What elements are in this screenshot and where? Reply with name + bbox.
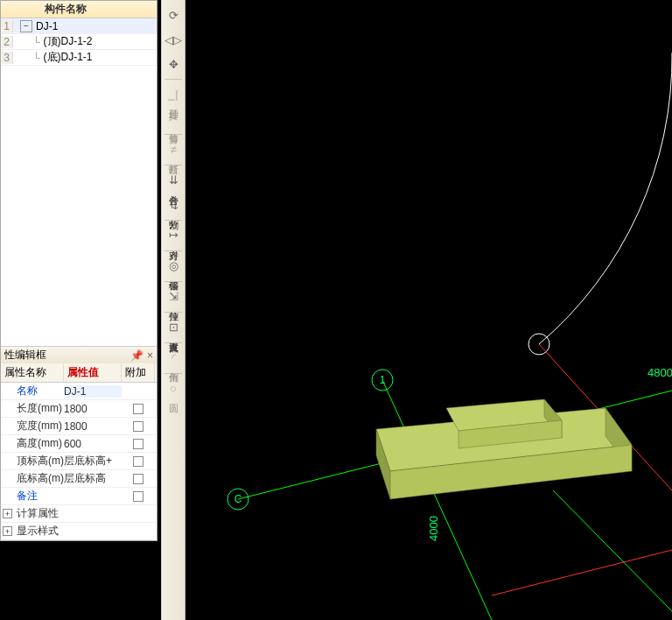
move-icon-glyph: ✥: [169, 59, 178, 70]
tree-branch-icon: └: [32, 52, 40, 64]
row-number: 3: [1, 52, 13, 64]
grip-tool[interactable]: ⊡设置夹点: [164, 316, 183, 339]
toolbar-separator: [164, 312, 182, 313]
extend-tool: ⎯|延伸: [164, 83, 183, 106]
checkbox[interactable]: [133, 439, 144, 449]
tree-empty-area: [1, 66, 157, 346]
grid-label: 1: [380, 374, 386, 386]
prop-name: 长度(mm): [1, 401, 64, 416]
property-row[interactable]: +显示样式: [1, 523, 157, 540]
row-number: 1: [1, 20, 13, 32]
viewport-3d[interactable]: 1C 48004000: [186, 0, 672, 620]
col-value: 属性值: [64, 363, 122, 382]
stretch-tool[interactable]: ⇲拉伸: [164, 285, 183, 308]
merge-tool[interactable]: ⇊合并: [164, 169, 183, 192]
prop-value[interactable]: 层底标高: [64, 471, 122, 486]
component-tree-panel: 构件名称 1−DJ-12└(顶)DJ-1-23└(底)DJ-1-1 性编辑框 📌…: [0, 0, 158, 541]
tree-expander-icon[interactable]: −: [20, 20, 32, 32]
toolbar-separator: [164, 281, 182, 282]
property-row[interactable]: 高度(mm)600: [1, 435, 157, 453]
property-row[interactable]: 名称DJ-1: [1, 383, 157, 400]
prop-name: 名称: [1, 384, 64, 398]
tree-branch-icon: └: [32, 36, 40, 48]
prop-name: 顶标高(m): [1, 454, 64, 469]
fillet-tool: ◜倒角: [164, 347, 183, 370]
col-name: 属性名称: [1, 363, 64, 382]
axis-red-2: [492, 550, 672, 595]
prop-value[interactable]: 层底标高+: [64, 454, 122, 469]
checkbox[interactable]: [133, 474, 144, 484]
toolbar-separator: [164, 134, 182, 135]
prop-name: 高度(mm): [1, 436, 64, 451]
group-expander-icon[interactable]: +: [3, 526, 12, 536]
property-panel-title: 性编辑框: [4, 348, 46, 363]
grip-tool-glyph: ⊡: [169, 321, 178, 333]
trim-tool: ✂修剪: [164, 108, 183, 130]
tree-item-label: (底)DJ-1-1: [44, 50, 93, 65]
checkbox[interactable]: [133, 491, 144, 502]
vertical-toolbar: ⟳◁▷✥⎯|延伸✂修剪≠打断⇊合并⇅分割↦对齐◎偏移⇲拉伸⊡设置夹点◜倒角○圆: [161, 0, 186, 620]
align-tool[interactable]: ↦对齐: [164, 224, 183, 247]
checkbox[interactable]: [133, 421, 144, 432]
prop-value[interactable]: 1800: [64, 420, 122, 433]
property-row[interactable]: 长度(mm)1800: [1, 400, 157, 418]
tree-row[interactable]: 3└(底)DJ-1-1: [1, 50, 157, 66]
property-grid-header: 属性名称 属性值 附加: [1, 363, 157, 383]
property-row[interactable]: +计算属性: [1, 505, 157, 523]
extend-tool-glyph: ⎯|: [168, 88, 178, 100]
dimension-text: 4800: [648, 366, 672, 379]
dimension-text: 4000: [427, 516, 440, 541]
prop-value[interactable]: 1800: [64, 403, 122, 415]
prop-value[interactable]: 600: [64, 438, 122, 450]
move-icon[interactable]: ✥: [164, 53, 183, 75]
mirror-icon-glyph: ◁▷: [164, 34, 182, 46]
fillet-tool-glyph: ◜: [172, 352, 176, 363]
property-grid: 属性名称 属性值 附加 名称DJ-1长度(mm)1800宽度(mm)1800高度…: [1, 363, 157, 540]
prop-value[interactable]: DJ-1: [64, 385, 122, 398]
circle-tool-glyph: ○: [170, 383, 177, 394]
tree-header: 构件名称: [1, 1, 157, 18]
merge-tool-glyph: ⇊: [169, 174, 178, 186]
align-tool-glyph: ↦: [169, 229, 178, 241]
tree-body: 1−DJ-12└(顶)DJ-1-23└(底)DJ-1-1: [1, 18, 157, 66]
break-tool: ≠打断: [164, 138, 183, 161]
arc-guide: [539, 53, 672, 344]
offset-tool[interactable]: ◎偏移: [164, 255, 183, 278]
split-tool-glyph: ⇅: [169, 199, 178, 210]
property-row[interactable]: 顶标高(m)层底标高+: [1, 453, 157, 470]
group-expander-icon[interactable]: +: [3, 509, 12, 518]
tree-item-label: DJ-1: [36, 20, 58, 32]
toolbar-separator: [164, 250, 182, 251]
tree-row[interactable]: 2└(顶)DJ-1-2: [1, 34, 157, 50]
row-number: 2: [1, 36, 13, 48]
toolbar-separator: [164, 342, 182, 343]
trim-tool-glyph: ✂: [169, 113, 178, 124]
property-row[interactable]: 备注: [1, 488, 157, 505]
split-tool[interactable]: ⇅分割: [164, 194, 183, 216]
checkbox[interactable]: [133, 456, 144, 467]
stretch-tool-glyph: ⇲: [169, 291, 178, 302]
property-row[interactable]: 宽度(mm)1800: [1, 418, 157, 435]
col-extra: 附加: [122, 363, 155, 382]
close-icon[interactable]: ×: [147, 349, 153, 362]
prop-name: 备注: [1, 489, 64, 504]
foundation-solid: [376, 399, 632, 499]
tree-row[interactable]: 1−DJ-1: [1, 18, 157, 34]
prop-name: 底标高(m): [1, 471, 64, 486]
prop-name: 宽度(mm): [1, 419, 64, 433]
toolbar-separator: [164, 373, 182, 374]
offset-tool-glyph: ◎: [169, 260, 178, 271]
toolbar-separator: [164, 165, 182, 166]
property-row[interactable]: 底标高(m)层底标高: [1, 470, 157, 488]
toolbar-separator: [164, 220, 182, 221]
axis-green-diag: [553, 490, 672, 611]
tree-item-label: (顶)DJ-1-2: [44, 34, 93, 49]
break-tool-glyph: ≠: [170, 144, 176, 155]
pin-icon[interactable]: 📌: [130, 349, 144, 362]
circle-tool: ○圆: [164, 377, 183, 400]
grid-label: C: [234, 493, 242, 505]
rotate-icon[interactable]: ⟳: [164, 4, 183, 26]
rotate-icon-glyph: ⟳: [169, 10, 178, 21]
mirror-icon[interactable]: ◁▷: [164, 28, 183, 51]
checkbox[interactable]: [133, 404, 144, 414]
